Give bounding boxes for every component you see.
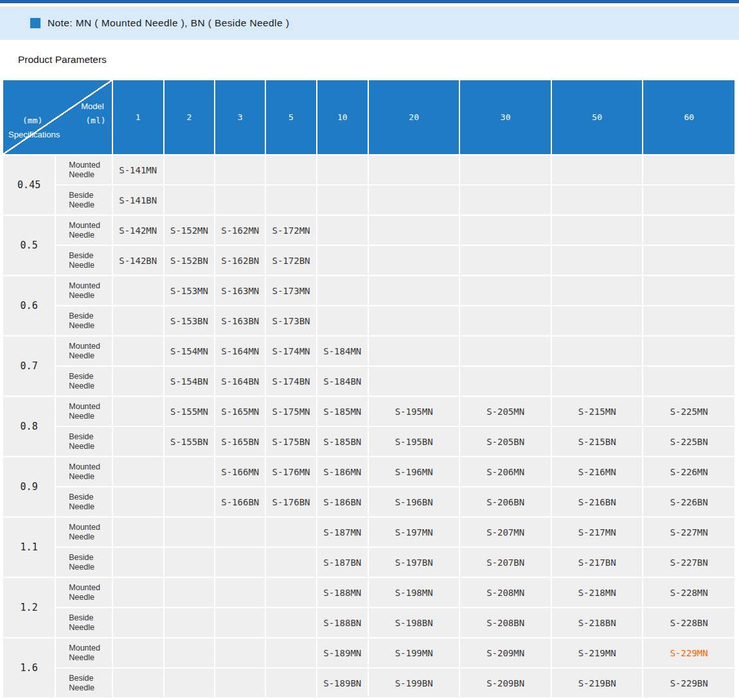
model-code-cell: S-164BN (215, 367, 265, 396)
header-col-20ml: 20 (369, 80, 459, 154)
model-code-cell: S-176BN (266, 487, 316, 516)
empty-cell (113, 276, 163, 305)
model-code-cell: S-207MN (460, 518, 551, 547)
empty-cell (643, 186, 735, 214)
empty-cell (552, 246, 643, 275)
empty-cell (113, 427, 163, 456)
model-code-cell: S-153MN (165, 276, 214, 305)
empty-cell (643, 337, 735, 365)
empty-cell (460, 306, 551, 335)
corner-mm-unit: (mm) (22, 116, 42, 125)
table-row: Beside NeedleS-153BNS-163BNS-173BN (3, 306, 735, 335)
empty-cell (165, 638, 214, 667)
model-code-cell: S-187MN (317, 518, 368, 547)
note-banner: Note: MN ( Mounted Needle ), BN ( Beside… (0, 6, 739, 40)
model-code-cell: S-226BN (643, 487, 735, 516)
model-code-cell: S-187BN (317, 548, 368, 577)
model-code-cell: S-226MN (643, 457, 735, 486)
empty-cell (317, 216, 368, 245)
beside-needle-label: Beside Needle (56, 186, 111, 214)
model-code-cell: S-225BN (643, 427, 735, 456)
table-row: 1.2Mounted NeedleS-188MNS-198MNS-208MNS-… (3, 578, 735, 607)
empty-cell (317, 155, 368, 184)
empty-cell (165, 578, 214, 607)
spec-cell: 0.6 (3, 276, 55, 335)
model-code-cell: S-163BN (215, 306, 265, 335)
model-code-cell: S-185MN (317, 397, 368, 426)
beside-needle-label: Beside Needle (56, 306, 111, 335)
empty-cell (113, 578, 163, 607)
header-col-60ml: 60 (643, 80, 735, 154)
table-row: 0.9Mounted NeedleS-166MNS-176MNS-186MNS-… (3, 457, 735, 486)
empty-cell (266, 186, 316, 214)
spec-cell: 0.9 (3, 457, 55, 516)
table-row: 1.1Mounted NeedleS-187MNS-197MNS-207MNS-… (3, 518, 735, 547)
mounted-needle-label: Mounted Needle (56, 518, 111, 547)
model-code-cell: S-174BN (266, 367, 316, 396)
empty-cell (643, 367, 735, 396)
diagonal-corner-cell: Model (ml) (mm) Specifications (3, 80, 112, 154)
model-code-cell: S-165BN (215, 427, 265, 456)
model-code-cell: S-162MN (215, 216, 265, 245)
model-code-cell: S-216BN (552, 487, 643, 516)
model-code-cell: S-188BN (317, 608, 368, 637)
model-code-cell: S-185BN (317, 427, 368, 456)
beside-needle-label: Beside Needle (56, 246, 111, 275)
empty-cell (369, 155, 459, 184)
spec-cell: 0.7 (3, 337, 55, 396)
corner-model-label: Model (81, 101, 103, 111)
model-code-cell: S-162BN (215, 246, 265, 275)
header-col-3ml: 3 (215, 80, 265, 154)
model-code-cell: S-173MN (266, 276, 316, 305)
model-code-cell: S-188MN (317, 578, 368, 607)
model-code-cell: S-206MN (460, 457, 551, 486)
model-code-cell: S-216MN (552, 457, 643, 486)
empty-cell (369, 216, 459, 245)
model-code-cell: S-166MN (215, 457, 265, 486)
table-row: Beside NeedleS-188BNS-198BNS-208BNS-218B… (3, 608, 735, 637)
model-code-cell: S-141BN (113, 186, 163, 214)
empty-cell (369, 186, 459, 214)
empty-cell (165, 518, 214, 547)
model-code-cell: S-228MN (643, 578, 735, 607)
model-code-cell: S-163MN (215, 276, 265, 305)
empty-cell (552, 155, 643, 184)
spec-model-table: Model (ml) (mm) Specifications 123510203… (2, 79, 736, 699)
model-code-cell: S-197BN (369, 548, 459, 577)
empty-cell (215, 608, 265, 637)
mounted-needle-label: Mounted Needle (56, 397, 111, 426)
corner-ml-unit: (ml) (85, 116, 105, 125)
model-code-cell: S-199MN (369, 638, 459, 667)
empty-cell (113, 457, 163, 486)
model-code-cell: S-186MN (317, 457, 368, 486)
empty-cell (165, 608, 214, 637)
empty-cell (460, 337, 551, 365)
model-code-cell: S-209BN (460, 669, 551, 697)
table-row: Beside NeedleS-166BNS-176BNS-186BNS-196B… (3, 487, 735, 516)
empty-cell (643, 216, 735, 245)
empty-cell (113, 367, 163, 396)
model-code-cell: S-217MN (552, 518, 643, 547)
model-code-cell: S-155MN (165, 397, 214, 426)
model-code-cell: S-227MN (643, 518, 735, 547)
empty-cell (460, 216, 551, 245)
model-code-cell: S-152BN (165, 246, 214, 275)
header-col-5ml: 5 (266, 80, 316, 154)
empty-cell (165, 548, 214, 577)
model-code-cell: S-141MN (113, 155, 163, 184)
empty-cell (165, 457, 214, 486)
empty-cell (266, 608, 316, 637)
empty-cell (266, 669, 316, 697)
model-code-cell: S-218MN (552, 578, 643, 607)
beside-needle-label: Beside Needle (56, 669, 111, 697)
model-code-cell: S-205MN (460, 397, 551, 426)
page-title: Product Parameters (18, 54, 107, 66)
empty-cell (113, 608, 163, 637)
beside-needle-label: Beside Needle (56, 427, 111, 456)
empty-cell (369, 246, 459, 275)
model-code-cell: S-198BN (369, 608, 459, 637)
empty-cell (460, 186, 551, 214)
empty-cell (165, 186, 214, 214)
empty-cell (643, 276, 735, 305)
empty-cell (369, 276, 459, 305)
